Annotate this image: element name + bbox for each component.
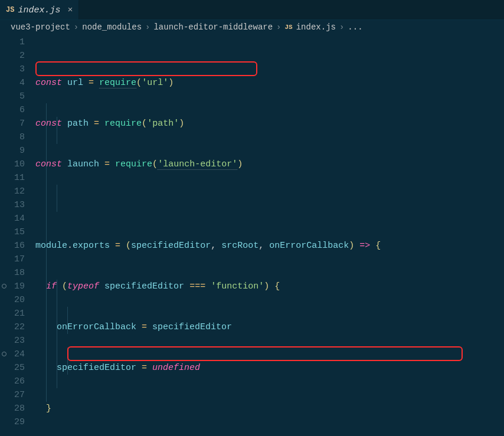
line-number: 20	[0, 293, 25, 307]
line-number: 15	[0, 225, 25, 239]
line-number: 13	[0, 198, 25, 212]
js-file-icon: JS	[285, 24, 293, 31]
breakpoint-icon[interactable]	[2, 284, 6, 289]
line-number: 12	[0, 185, 25, 198]
tab-filename: index.js	[18, 5, 60, 15]
line-number: 16	[0, 239, 25, 253]
line-number: 4	[0, 76, 25, 90]
line-number: 21	[0, 307, 25, 320]
line-number: 1	[0, 35, 25, 49]
breadcrumb[interactable]: vue3-project › node_modules › launch-edi…	[0, 20, 504, 34]
line-number: 10	[0, 158, 25, 171]
line-number-gutter: 1234567891011121314151617181920212223242…	[0, 35, 35, 436]
chevron-right-icon: ›	[145, 22, 150, 32]
line-number: 22	[0, 320, 25, 334]
line-number: 25	[0, 361, 25, 375]
highlight-box	[67, 346, 463, 361]
js-file-icon: JS	[6, 6, 14, 14]
highlight-box	[35, 61, 257, 76]
line-number: 17	[0, 253, 25, 266]
line-number: 5	[0, 90, 25, 103]
line-number: 19	[0, 280, 25, 293]
line-number: 6	[0, 103, 25, 117]
line-number: 14	[0, 212, 25, 225]
line-number: 23	[0, 334, 25, 348]
tab-bar: JS index.js ×	[0, 0, 504, 20]
line-number: 28	[0, 402, 25, 415]
line-number: 9	[0, 144, 25, 158]
breadcrumb-part[interactable]: vue3-project	[11, 22, 70, 32]
breadcrumb-file[interactable]: index.js	[296, 22, 336, 32]
chevron-right-icon: ›	[339, 22, 344, 32]
chevron-right-icon: ›	[276, 22, 281, 32]
line-number: 11	[0, 171, 25, 185]
line-number: 3	[0, 63, 25, 76]
breakpoint-icon[interactable]	[2, 352, 6, 356]
close-icon[interactable]: ×	[67, 5, 73, 15]
code-area[interactable]: const url = require('url') const path = …	[35, 35, 504, 436]
line-number: 26	[0, 375, 25, 388]
line-number: 2	[0, 49, 25, 63]
chevron-right-icon: ›	[74, 22, 78, 32]
line-number: 24	[0, 348, 25, 361]
code-editor[interactable]: 1234567891011121314151617181920212223242…	[0, 34, 504, 436]
line-number: 29	[0, 415, 25, 429]
breadcrumb-part[interactable]: node_modules	[82, 22, 142, 32]
line-number: 8	[0, 130, 25, 144]
line-number: 7	[0, 117, 25, 130]
line-number: 18	[0, 266, 25, 280]
editor-tab-active[interactable]: JS index.js ×	[0, 0, 79, 19]
line-number: 27	[0, 388, 25, 402]
breadcrumb-trail: ...	[348, 22, 362, 32]
breadcrumb-part[interactable]: launch-editor-middleware	[153, 22, 273, 32]
